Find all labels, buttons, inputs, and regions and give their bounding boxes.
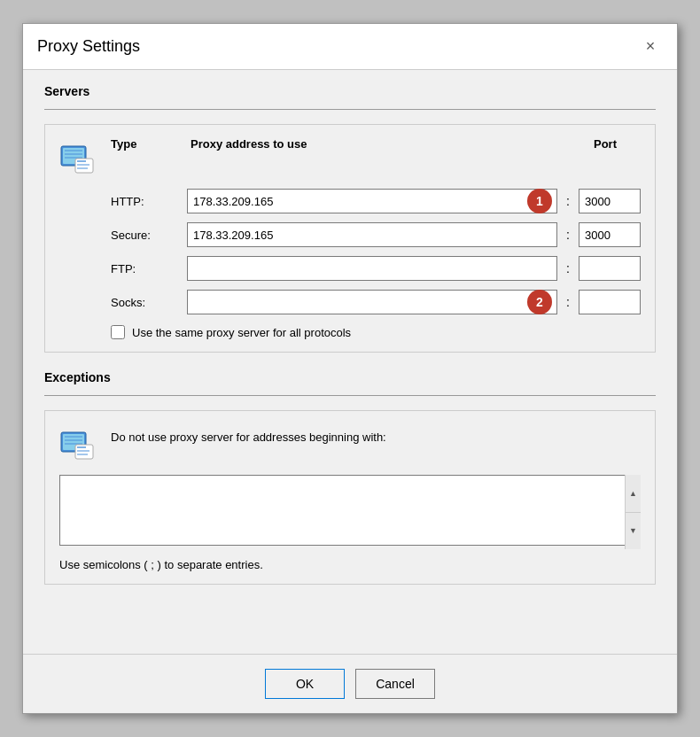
server-rows: HTTP: 1 : Secure: : FTP: : (111, 189, 641, 314)
semicolon-note: Use semicolons ( ; ) to separate entries… (59, 558, 641, 571)
col-address-header: Proxy address to use (191, 137, 570, 151)
title-bar: Proxy Settings × (23, 24, 677, 70)
ftp-port-input[interactable] (579, 256, 641, 281)
exceptions-textarea[interactable] (59, 475, 641, 546)
scroll-up-button[interactable]: ▲ (626, 475, 641, 513)
dialog-body: Servers (23, 70, 677, 654)
cancel-button[interactable]: Cancel (355, 669, 435, 699)
proxy-servers-icon (59, 139, 97, 176)
scroll-down-button[interactable]: ▼ (626, 513, 641, 550)
table-row: Socks: 2 : (111, 290, 641, 314)
servers-section-title: Servers (44, 84, 656, 98)
table-header: Type Proxy address to use Port (111, 137, 641, 151)
proxy-exceptions-icon (59, 425, 97, 462)
servers-section: Type Proxy address to use Port HTTP: 1 :… (44, 124, 656, 353)
scrollbar: ▲ ▼ (625, 475, 641, 549)
svg-rect-2 (65, 150, 82, 151)
http-colon: : (563, 194, 573, 208)
same-proxy-checkbox[interactable] (111, 325, 125, 339)
col-port-header: Port (570, 137, 641, 151)
svg-rect-8 (77, 167, 88, 169)
proxy-settings-dialog: Proxy Settings × Servers (22, 23, 678, 714)
same-proxy-label: Use the same proxy server for all protoc… (132, 326, 351, 339)
secure-address-input[interactable] (187, 222, 557, 247)
exceptions-divider (44, 395, 656, 396)
same-proxy-row: Use the same proxy server for all protoc… (111, 325, 641, 339)
svg-rect-6 (77, 160, 86, 162)
ftp-address-input[interactable] (187, 256, 557, 281)
socks-label: Socks: (111, 296, 182, 309)
socks-address-input[interactable] (187, 290, 557, 314)
svg-rect-11 (65, 436, 82, 438)
servers-header: Type Proxy address to use Port (59, 137, 641, 176)
exceptions-header: Do not use proxy server for addresses be… (59, 423, 641, 462)
socks-port-input[interactable] (579, 290, 641, 314)
table-row: Secure: : (111, 222, 641, 247)
http-address-input[interactable] (187, 189, 557, 213)
exceptions-description: Do not use proxy server for addresses be… (111, 423, 386, 444)
secure-label: Secure: (111, 229, 182, 242)
ftp-label: FTP: (111, 262, 182, 275)
exceptions-section: Do not use proxy server for addresses be… (44, 410, 656, 585)
svg-rect-7 (77, 164, 89, 166)
exceptions-textarea-container: ▲ ▼ (59, 475, 641, 549)
http-label: HTTP: (111, 195, 182, 208)
svg-rect-12 (65, 439, 82, 441)
servers-divider (44, 109, 656, 110)
ok-button[interactable]: OK (265, 669, 345, 699)
secure-colon: : (563, 228, 573, 242)
svg-rect-16 (77, 450, 89, 452)
dialog-title: Proxy Settings (37, 37, 140, 56)
http-port-input[interactable] (579, 189, 641, 213)
table-row: HTTP: 1 : (111, 189, 641, 213)
exceptions-section-title: Exceptions (44, 370, 656, 384)
secure-port-input[interactable] (579, 222, 641, 247)
svg-rect-15 (77, 446, 86, 448)
svg-rect-3 (65, 153, 82, 155)
socks-colon: : (563, 295, 573, 309)
svg-rect-17 (77, 454, 88, 455)
table-row: FTP: : (111, 256, 641, 281)
dialog-footer: OK Cancel (23, 654, 677, 713)
col-type-header: Type (111, 137, 191, 151)
close-button[interactable]: × (638, 35, 663, 59)
ftp-colon: : (563, 261, 573, 275)
